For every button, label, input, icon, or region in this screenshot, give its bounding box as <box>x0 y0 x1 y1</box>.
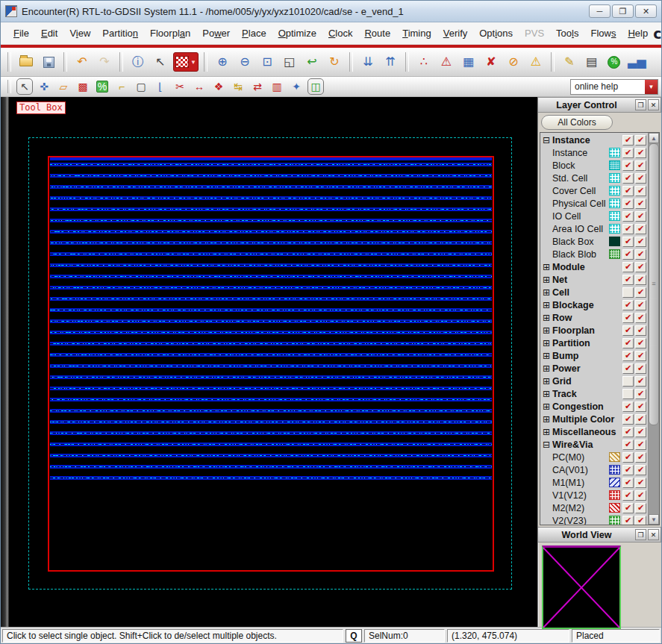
create-wire-button[interactable]: ⌐ <box>113 78 130 95</box>
selectability-checkbox[interactable]: ✔ <box>635 452 646 463</box>
layer-row[interactable]: V2(V23)✔✔ <box>540 514 648 525</box>
scrollbar-track[interactable]: ≡ <box>649 143 659 514</box>
zoom-selected-button[interactable]: ◱ <box>280 52 299 72</box>
violation-browser-button[interactable]: ⚠ <box>437 52 456 72</box>
selectability-checkbox[interactable]: ✔ <box>635 490 646 501</box>
edit-mode-button[interactable]: ↖ <box>151 52 170 72</box>
layer-row[interactable]: ⊞Congestion✔✔ <box>540 400 648 413</box>
layer-row[interactable]: ⊞Bump✔✔ <box>540 349 648 362</box>
layer-row[interactable]: ⊞Power✔✔ <box>540 362 648 375</box>
scroll-up-icon[interactable]: ▲ <box>649 133 659 143</box>
menu-options[interactable]: Options <box>474 25 518 42</box>
layer-color-swatch[interactable] <box>609 516 620 525</box>
expand-icon[interactable]: ⊞ <box>543 351 552 360</box>
layer-row[interactable]: Black Box✔✔ <box>540 235 648 248</box>
selectability-checkbox[interactable]: ✔ <box>635 275 646 285</box>
design-up-hierarchy-button[interactable]: ⇈ <box>381 52 400 72</box>
visibility-checkbox[interactable]: ✔ <box>622 440 634 450</box>
help-combo[interactable]: online help ▼ <box>570 79 658 95</box>
selectability-checkbox[interactable]: ✔ <box>635 287 646 298</box>
menu-floorplan[interactable]: Floorplan <box>145 25 196 42</box>
layer-row[interactable]: ⊞Track✔ <box>540 387 648 400</box>
layer-row[interactable]: M1(M1)✔✔ <box>540 476 648 489</box>
redraw-button[interactable]: ↻ <box>325 52 344 72</box>
expand-icon[interactable]: ⊞ <box>543 402 552 411</box>
selectability-checkbox[interactable]: ✔ <box>635 440 646 450</box>
layer-color-swatch[interactable] <box>609 237 620 246</box>
visibility-checkbox[interactable]: ✔ <box>622 148 634 158</box>
layer-row[interactable]: ⊞Miscellaneous✔✔ <box>540 425 648 438</box>
world-view-close-button[interactable]: ✕ <box>648 529 659 540</box>
layer-row[interactable]: V1(V12)✔✔ <box>540 489 648 501</box>
expand-icon[interactable]: ⊞ <box>543 313 552 322</box>
visibility-checkbox[interactable]: ✔ <box>622 186 634 196</box>
selectability-checkbox[interactable]: ✔ <box>635 300 646 310</box>
core-area[interactable] <box>48 156 494 572</box>
expand-icon[interactable]: ⊞ <box>543 275 552 284</box>
layer-row[interactable]: M2(M2)✔✔ <box>540 501 648 514</box>
layer-color-swatch[interactable] <box>609 490 620 500</box>
selectability-checkbox[interactable]: ✔ <box>635 148 646 158</box>
collapse-icon[interactable]: ⊟ <box>543 440 552 449</box>
layer-control-float-button[interactable]: ❐ <box>635 99 646 110</box>
cut-wire-button[interactable]: ✂ <box>172 78 188 95</box>
maximize-button[interactable]: ❐ <box>612 4 634 18</box>
layer-row[interactable]: PC(M0)✔✔ <box>540 451 648 463</box>
open-design-button[interactable] <box>16 52 36 72</box>
expand-icon[interactable]: ⊞ <box>543 263 552 272</box>
selectability-checkbox[interactable]: ✔ <box>635 135 646 146</box>
visibility-checkbox[interactable]: ✔ <box>622 465 634 475</box>
previous-view-button[interactable]: ↩ <box>302 52 322 72</box>
layer-row[interactable]: ⊞Net✔✔ <box>540 273 648 286</box>
close-button[interactable]: ✕ <box>635 4 657 18</box>
minimize-button[interactable]: ─ <box>589 4 611 18</box>
visibility-checkbox[interactable]: ✔ <box>622 452 634 463</box>
title-bar[interactable]: Encounter(R) RTL-to-GDSII System 11.1 - … <box>1 1 661 22</box>
selectability-checkbox[interactable]: ✔ <box>635 376 646 387</box>
selectability-checkbox[interactable]: ✔ <box>635 224 646 234</box>
layer-row[interactable]: ⊞Floorplan✔✔ <box>540 324 648 337</box>
menu-power[interactable]: Power <box>197 25 235 42</box>
layer-row[interactable]: IO Cell✔✔ <box>540 210 648 222</box>
menu-place[interactable]: Place <box>237 25 272 42</box>
selectability-checkbox[interactable]: ✔ <box>635 363 646 374</box>
expand-icon[interactable]: ⊞ <box>543 377 552 386</box>
layer-row[interactable]: ⊞Module✔✔ <box>540 260 648 273</box>
expand-icon[interactable]: ⊞ <box>543 326 552 335</box>
expand-icon[interactable]: ⊞ <box>543 428 552 437</box>
expand-icon[interactable]: ⊞ <box>543 288 552 297</box>
summary-report-button[interactable]: ▤ <box>582 52 602 72</box>
layer-row[interactable]: ⊞Multiple Color✔✔ <box>540 413 648 425</box>
menu-help[interactable]: Help <box>622 25 653 42</box>
scrollbar-thumb[interactable]: ≡ <box>649 143 659 425</box>
visibility-checkbox[interactable] <box>622 287 634 298</box>
visibility-checkbox[interactable]: ✔ <box>622 249 634 260</box>
world-view-float-button[interactable]: ❐ <box>635 529 646 540</box>
edit-wire-button[interactable]: ↹ <box>230 78 246 95</box>
layer-color-swatch[interactable] <box>609 478 620 487</box>
layer-color-swatch[interactable] <box>609 465 620 475</box>
selectability-checkbox[interactable]: ✔ <box>635 313 646 323</box>
layer-row[interactable]: ⊞Grid✔ <box>540 375 648 387</box>
menu-route[interactable]: Route <box>359 25 396 42</box>
selectability-checkbox[interactable]: ✔ <box>635 338 646 348</box>
layer-list-scrollbar[interactable]: ▲ ≡ ▼ <box>648 133 659 525</box>
density-map-button[interactable]: % <box>94 78 110 95</box>
visibility-checkbox[interactable] <box>622 389 634 399</box>
selectability-checkbox[interactable]: ✔ <box>635 173 646 184</box>
selectability-checkbox[interactable]: ✔ <box>635 389 646 399</box>
layer-row[interactable]: ⊞Row✔✔ <box>540 311 648 324</box>
move-instance-button[interactable]: ❖ <box>210 78 227 95</box>
selectability-checkbox[interactable]: ✔ <box>635 249 646 260</box>
menu-timing[interactable]: Timing <box>397 25 437 42</box>
visibility-checkbox[interactable]: ✔ <box>622 160 634 171</box>
layer-row[interactable]: ⊞Partition✔✔ <box>540 337 648 349</box>
selectability-checkbox[interactable]: ✔ <box>635 211 646 222</box>
attribute-editor-button[interactable]: ⓘ <box>128 52 148 72</box>
layer-color-swatch[interactable] <box>609 503 620 513</box>
visibility-checkbox[interactable]: ✔ <box>622 325 634 336</box>
expand-icon[interactable]: ⊞ <box>543 390 552 398</box>
select-violation-button[interactable]: ⚠ <box>526 52 546 72</box>
expand-icon[interactable]: ⊞ <box>543 364 552 373</box>
selectability-checkbox[interactable]: ✔ <box>635 516 646 525</box>
